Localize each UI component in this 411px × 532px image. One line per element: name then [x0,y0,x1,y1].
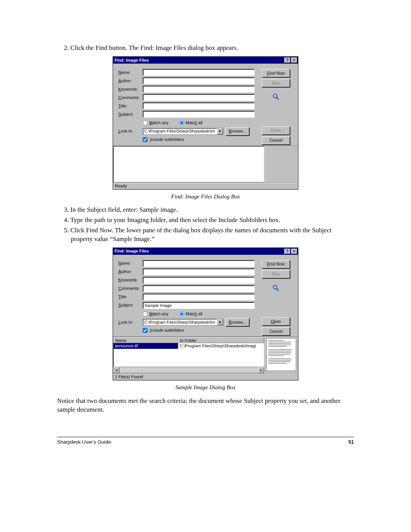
author-input[interactable] [143,77,255,84]
label-keywords: Keywords: [118,86,140,92]
stop-button[interactable]: Stop [262,79,290,87]
close-icon[interactable]: × [291,249,297,254]
svg-point-2 [273,285,277,289]
titlebar: Find: Image Files ? × [113,248,298,255]
title-input[interactable] [143,294,255,300]
label-comments: Comments: [118,95,140,101]
caption-2: Sample Image Dialog Box [57,383,354,391]
label-author: Author: [118,78,140,84]
scroll-right-icon[interactable]: ▸ [258,367,264,373]
find-image-files-dialog: Find: Image Files ? × Name: Author: Keyw… [113,56,298,190]
keywords-input[interactable] [143,277,255,284]
title-input[interactable] [143,102,255,109]
open-button[interactable]: Open [262,126,290,135]
footer-left: Sharpdesk User’s Guide [57,439,111,446]
preview-pane [264,146,298,182]
subject-input[interactable] [143,111,255,118]
chevron-down-icon[interactable]: ▾ [217,319,223,325]
horizontal-scrollbar[interactable]: ◂ ▸ [113,367,264,373]
titlebar: Find: Image Files ? × [113,57,298,64]
table-row[interactable]: announce.tif C:\Program Files\Sharp\Shar… [113,343,264,349]
find-now-button[interactable]: Find Now [262,260,290,268]
name-input[interactable] [143,260,255,267]
svg-point-0 [273,94,277,98]
status-bar: 1 File(s) Found [113,373,298,380]
help-icon[interactable]: ? [284,58,290,63]
label-subject: Subject: [118,112,140,117]
include-subfolders-checkbox[interactable] [143,137,148,142]
browse-button[interactable]: Browse... [226,318,249,326]
col-header-name[interactable]: Name [113,337,178,343]
open-button[interactable]: Open [262,317,290,326]
find-now-button[interactable]: Find Now [262,69,290,77]
status-bar: Ready [113,182,298,189]
radio-match-any[interactable]: Match any [143,120,169,126]
radio-match-any[interactable]: Match any [143,311,169,317]
lookin-combo[interactable]: C:\Program Files\Sharp\Sharpdesk\Im ▾ [143,319,223,326]
label-name: Name: [118,70,140,75]
svg-line-3 [277,289,279,291]
author-input[interactable] [143,268,255,275]
document-preview-icon [266,338,296,371]
include-subfolders-label: Include subfolders [150,137,184,142]
magnifier-icon [272,284,280,292]
cancel-button[interactable]: Cancel [262,136,290,145]
title-text: Find: Image Files [115,58,149,63]
name-input[interactable] [143,69,255,76]
dialog-2-wrap: Find: Image Files ? × Name: Author: Keyw… [57,248,354,381]
dialog-1-wrap: Find: Image Files ? × Name: Author: Keyw… [57,56,354,190]
step-3: 3. In the Subject field, enter: Sample i… [57,206,354,214]
help-icon[interactable]: ? [284,249,290,254]
close-icon[interactable]: × [291,58,297,63]
keywords-input[interactable] [143,86,255,93]
footer-right: 51 [349,439,354,446]
comments-input[interactable] [143,94,255,101]
svg-line-1 [277,97,279,99]
preview-pane [264,337,298,373]
find-image-files-dialog-2: Find: Image Files ? × Name: Author: Keyw… [113,248,298,381]
stop-button[interactable]: Stop [262,270,290,278]
post-paragraph: Notice that two documents met the search… [57,397,354,414]
magnifier-icon [272,93,280,101]
col-header-folder[interactable]: In Folder [178,337,264,343]
cancel-button[interactable]: Cancel [262,327,290,335]
lookin-value: C:\Program Files\Sharp\Sharpdesk\Im [144,128,215,134]
chevron-down-icon[interactable]: ▾ [217,128,223,134]
comments-input[interactable] [143,285,255,292]
browse-button[interactable]: Browse... [226,127,249,136]
include-subfolders-checkbox[interactable] [143,328,148,333]
scroll-left-icon[interactable]: ◂ [113,367,119,373]
label-title: Title: [118,103,140,109]
caption-1: Find: Image Files Dialog Box [57,193,354,200]
lookin-combo[interactable]: C:\Program Files\Sharp\Sharpdesk\Im ▾ [143,128,223,135]
step-5: 5. Click Find Now. The lower pane of the… [57,226,354,244]
title-text: Find: Image Files [115,248,149,254]
subject-input[interactable] [143,302,255,309]
step-4: 4. Type the path to your Imaging folder,… [57,216,354,225]
radio-match-all[interactable]: Match all [179,120,202,126]
radio-match-all[interactable]: Match all [179,311,202,317]
cell-folder: C:\Program Files\Sharp\Sharpdesk\Imagi [178,343,264,349]
page-footer: Sharpdesk User’s Guide 51 [57,437,354,446]
results-list[interactable]: Name In Folder announce.tif C:\Program F… [113,337,264,373]
label-lookin: Look in: [118,128,140,134]
form-area: Name: Author: Keywords: Comments: Title:… [118,69,255,145]
results-list-empty [113,146,264,182]
step-2: 2. Click the Find button. The Find: Imag… [57,44,354,53]
cell-name: announce.tif [113,343,178,349]
